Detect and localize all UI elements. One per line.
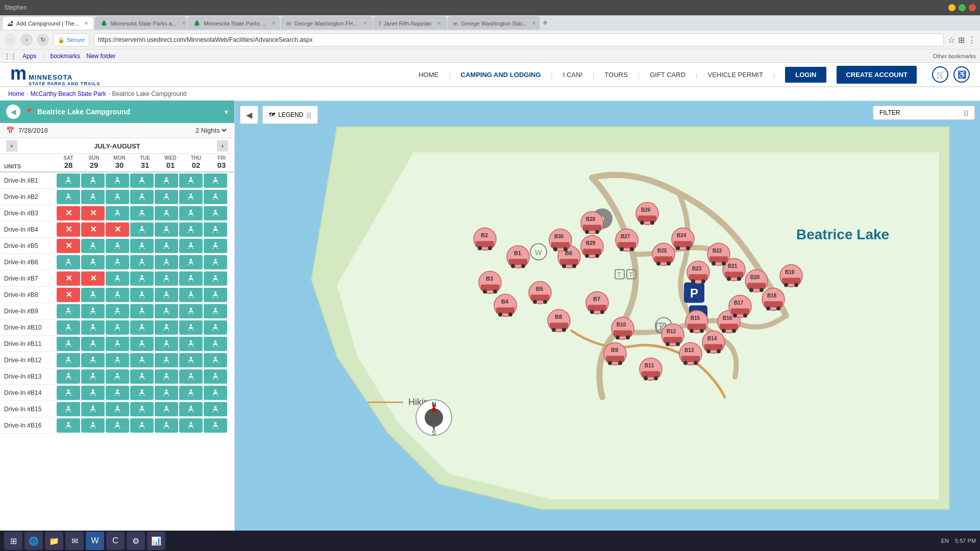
available-cell[interactable] <box>130 418 154 433</box>
nav-ican[interactable]: I CAN! <box>563 71 582 79</box>
menu-icon[interactable]: ⋮ <box>968 35 976 45</box>
available-cell[interactable] <box>81 353 105 367</box>
tab-1[interactable]: 🌲 Minnesota State Parks a... ✕ <box>95 16 187 30</box>
available-cell[interactable] <box>179 402 203 416</box>
available-cell[interactable] <box>130 304 154 318</box>
available-cell[interactable] <box>179 353 203 367</box>
available-cell[interactable] <box>204 418 227 433</box>
breadcrumb-home[interactable]: Home <box>8 90 24 97</box>
tab-close-icon[interactable]: ✕ <box>363 20 367 26</box>
available-cell[interactable] <box>155 369 178 384</box>
panel-back-button[interactable]: ◀ <box>6 105 20 119</box>
available-cell[interactable] <box>81 288 105 302</box>
available-cell[interactable] <box>179 288 203 302</box>
site-B29[interactable]: B29 <box>581 236 603 258</box>
available-cell[interactable] <box>130 222 154 237</box>
available-cell[interactable] <box>57 255 80 269</box>
available-cell[interactable] <box>155 222 178 237</box>
available-cell[interactable] <box>204 173 227 188</box>
site-B3[interactable]: B3 <box>479 271 501 294</box>
nav-vehicle-permit[interactable]: VEHICLE PERMIT <box>707 71 763 79</box>
available-cell[interactable] <box>81 173 105 188</box>
close-button[interactable] <box>969 4 976 11</box>
site-B20[interactable]: B20 <box>745 270 768 292</box>
bookmark-new-folder[interactable]: New folder <box>86 53 115 60</box>
available-cell[interactable] <box>106 239 129 253</box>
cart-icon[interactable]: 🛒 <box>932 66 948 83</box>
site-B26[interactable]: B26 <box>636 203 658 225</box>
tab-close-icon[interactable]: ✕ <box>437 20 441 26</box>
nav-camping[interactable]: CAMPING AND LODGING <box>461 71 541 79</box>
available-cell[interactable] <box>179 222 203 237</box>
available-cell[interactable] <box>204 353 227 367</box>
available-cell[interactable] <box>130 206 154 220</box>
tab-5[interactable]: m George Washington Stat... ✕ <box>448 16 540 30</box>
available-cell[interactable] <box>81 304 105 318</box>
bookmark-bookmarks[interactable]: bookmarks <box>50 53 80 60</box>
available-cell[interactable] <box>179 304 203 318</box>
available-cell[interactable] <box>57 320 80 335</box>
available-cell[interactable] <box>204 222 227 237</box>
available-cell[interactable] <box>204 337 227 351</box>
available-cell[interactable] <box>204 255 227 269</box>
site-B4[interactable]: B4 <box>494 294 517 317</box>
legend-button[interactable]: 🗺 LEGEND ||| <box>262 106 318 124</box>
available-cell[interactable] <box>179 369 203 384</box>
extension-icon[interactable]: ⊞ <box>958 35 965 45</box>
available-cell[interactable] <box>130 337 154 351</box>
available-cell[interactable] <box>179 239 203 253</box>
site-B13[interactable]: B13 <box>679 343 702 365</box>
available-cell[interactable] <box>106 173 129 188</box>
nav-home[interactable]: HOME <box>419 71 438 79</box>
available-cell[interactable] <box>81 190 105 204</box>
available-cell[interactable] <box>130 386 154 400</box>
available-cell[interactable] <box>204 239 227 253</box>
available-cell[interactable] <box>155 304 178 318</box>
breadcrumb-park[interactable]: McCarthy Beach State Park <box>31 90 106 97</box>
bookmark-star-icon[interactable]: ☆ <box>948 35 955 45</box>
available-cell[interactable] <box>155 288 178 302</box>
available-cell[interactable] <box>57 173 80 188</box>
tab-active[interactable]: 🏕 Add Campground | The... ✕ <box>2 16 94 30</box>
available-cell[interactable] <box>106 206 129 220</box>
site-B8[interactable]: B8 <box>548 310 570 332</box>
available-cell[interactable] <box>179 386 203 400</box>
available-cell[interactable] <box>155 255 178 269</box>
apps-icon[interactable]: ⋮⋮ <box>4 53 16 60</box>
available-cell[interactable] <box>179 271 203 286</box>
available-cell[interactable] <box>130 239 154 253</box>
forward-button[interactable]: › <box>20 34 33 46</box>
map-back-button[interactable]: ◀ <box>240 106 258 124</box>
available-cell[interactable] <box>204 304 227 318</box>
available-cell[interactable] <box>204 402 227 416</box>
available-cell[interactable] <box>204 271 227 286</box>
nav-tours[interactable]: TOURS <box>605 71 628 79</box>
available-cell[interactable] <box>130 255 154 269</box>
maximize-button[interactable] <box>959 4 966 11</box>
prev-month-button[interactable]: ‹ <box>6 140 17 152</box>
available-cell[interactable] <box>106 304 129 318</box>
site-B25[interactable]: B25 <box>652 243 675 266</box>
back-button[interactable]: ‹ <box>4 34 16 46</box>
available-cell[interactable] <box>155 386 178 400</box>
task-mail[interactable]: ✉ <box>65 532 84 550</box>
available-cell[interactable] <box>179 337 203 351</box>
tab-close-icon[interactable]: ✕ <box>182 20 186 26</box>
available-cell[interactable] <box>130 369 154 384</box>
site-B30[interactable]: B30 <box>549 229 572 252</box>
tab-3[interactable]: m George Washington.FH... ✕ <box>281 16 373 30</box>
task-chrome[interactable]: C <box>106 532 125 550</box>
tab-2[interactable]: 🌲 Minnesota State Parks ... ✕ <box>188 16 280 30</box>
available-cell[interactable] <box>155 173 178 188</box>
site-B12[interactable]: B12 <box>662 324 684 346</box>
site-B1[interactable]: B1 <box>507 246 529 268</box>
tab-close-icon[interactable]: ✕ <box>272 20 276 26</box>
available-cell[interactable] <box>204 206 227 220</box>
location-dropdown-arrow[interactable]: ▾ <box>225 108 228 116</box>
accessibility-icon[interactable]: ♿ <box>953 66 970 83</box>
new-tab-button[interactable]: + <box>543 18 548 29</box>
available-cell[interactable] <box>130 271 154 286</box>
task-app7[interactable]: 📊 <box>147 532 165 550</box>
site-B27[interactable]: B27 <box>616 229 638 252</box>
other-bookmarks[interactable]: Other bookmarks <box>933 53 976 59</box>
